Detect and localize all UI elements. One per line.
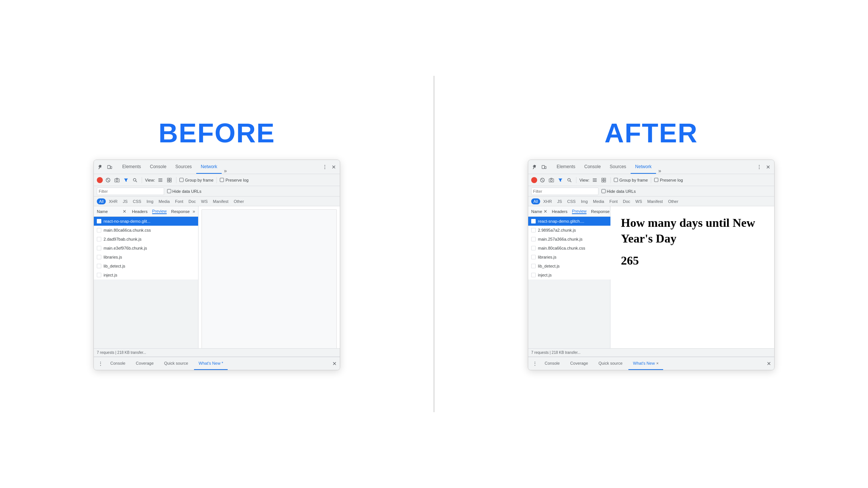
file-item-2[interactable]: 2.dad97bab.chunk.js	[94, 235, 198, 244]
type-tab-doc[interactable]: Doc	[186, 198, 198, 204]
drawer-dots-icon[interactable]: ⋮	[97, 361, 104, 367]
after-response-link[interactable]: Response	[591, 209, 610, 214]
preview-more-icon[interactable]: »	[193, 209, 195, 214]
filter-input[interactable]	[97, 188, 164, 195]
after-type-tab-other[interactable]: Other	[666, 198, 681, 204]
after-title-actions: ✕	[755, 163, 771, 171]
tab-network[interactable]: Network	[196, 160, 222, 174]
after-tab-more[interactable]: »	[656, 168, 664, 174]
after-type-tab-doc[interactable]: Doc	[621, 198, 632, 204]
after-preview-panel: How many days until New Year's Day 265	[610, 206, 774, 348]
preview-link-before[interactable]: Preview	[152, 209, 167, 214]
after-type-tab-js[interactable]: JS	[555, 198, 564, 204]
after-camera-button[interactable]	[548, 176, 555, 184]
after-view-grid-icon[interactable]	[600, 176, 607, 184]
drawer-tab-whatsnew[interactable]: What's New *	[194, 357, 228, 370]
hide-data-urls-checkbox[interactable]	[167, 189, 171, 193]
type-tab-manifest[interactable]: Manifest	[211, 198, 231, 204]
after-record-button[interactable]	[531, 177, 537, 183]
close-panel-icon[interactable]: ✕	[121, 209, 127, 214]
view-grid-icon[interactable]	[166, 176, 173, 184]
type-tab-css[interactable]: CSS	[130, 198, 144, 204]
filter-icon[interactable]	[122, 176, 130, 184]
after-type-tab-all[interactable]: All	[531, 198, 540, 204]
tab-console[interactable]: Console	[145, 160, 171, 174]
after-clear-button[interactable]	[539, 176, 546, 184]
drawer-tab-coverage[interactable]: Coverage	[131, 357, 158, 370]
before-status-bar: 7 requests | 218 KB transfer...	[94, 348, 340, 356]
clear-button[interactable]	[104, 176, 112, 184]
after-headers-link[interactable]: Headers	[552, 209, 567, 214]
after-type-tab-ws[interactable]: WS	[633, 198, 644, 204]
after-group-by-frame-checkbox[interactable]	[614, 178, 618, 182]
group-by-frame-checkbox[interactable]	[179, 178, 184, 182]
close-button[interactable]: ✕	[331, 164, 337, 170]
after-drawer-dots-icon[interactable]: ⋮	[531, 361, 539, 367]
after-drawer-tab-quicksource[interactable]: Quick source	[594, 357, 627, 370]
after-title-bar: Elements Console Sources Network » ✕	[528, 160, 774, 174]
tab-sources[interactable]: Sources	[171, 160, 196, 174]
record-button[interactable]	[97, 177, 103, 183]
drawer-close-button[interactable]: ✕	[332, 361, 337, 367]
response-link[interactable]: Response	[171, 209, 190, 214]
after-type-tab-xhr[interactable]: XHR	[541, 198, 554, 204]
file-item-3[interactable]: main.e3ef976b.chunk.js	[94, 244, 198, 253]
after-preview-link[interactable]: Preview	[572, 209, 587, 214]
file-item-4[interactable]: libraries.js	[94, 253, 198, 262]
camera-button[interactable]	[113, 176, 121, 184]
after-tab-sources[interactable]: Sources	[605, 160, 631, 174]
after-preserve-log-checkbox[interactable]	[654, 178, 658, 182]
type-tab-font[interactable]: Font	[173, 198, 185, 204]
file-item-6[interactable]: inject.js	[94, 271, 198, 279]
after-type-tab-img[interactable]: Img	[579, 198, 590, 204]
before-title-actions: ✕	[321, 163, 337, 171]
view-list-icon[interactable]	[157, 176, 164, 184]
svg-line-6	[107, 179, 109, 181]
after-tab-console[interactable]: Console	[580, 160, 605, 174]
after-hide-data-urls-checkbox[interactable]	[601, 189, 606, 193]
after-more-options-icon[interactable]	[755, 163, 763, 171]
after-type-tab-css[interactable]: CSS	[565, 198, 578, 204]
after-drawer-tab-whatsnew[interactable]: What's New ×	[628, 357, 663, 370]
preserve-log-checkbox[interactable]	[220, 178, 224, 182]
type-tab-all[interactable]: All	[97, 198, 106, 204]
after-type-tab-font[interactable]: Font	[607, 198, 620, 204]
after-tab-network[interactable]: Network	[631, 160, 656, 174]
file-item-0[interactable]: react-no-snap-demo.glit...	[94, 217, 198, 226]
tab-elements[interactable]: Elements	[118, 160, 145, 174]
after-close-panel-icon[interactable]: ✕	[544, 209, 547, 214]
after-inspect-icon[interactable]	[531, 163, 539, 171]
inspect-icon[interactable]	[97, 163, 104, 171]
more-options-icon[interactable]	[321, 163, 329, 171]
after-type-tab-manifest[interactable]: Manifest	[645, 198, 665, 204]
after-drawer-close-button[interactable]: ✕	[767, 361, 771, 367]
device-icon[interactable]	[106, 163, 113, 171]
type-tab-xhr[interactable]: XHR	[107, 198, 120, 204]
drawer-tab-console[interactable]: Console	[106, 357, 130, 370]
type-tab-img[interactable]: Img	[144, 198, 156, 204]
after-filter-input[interactable]	[531, 188, 598, 195]
after-whats-new-close[interactable]: ×	[656, 361, 659, 365]
after-tab-elements[interactable]: Elements	[552, 160, 580, 174]
after-type-tab-media[interactable]: Media	[591, 198, 606, 204]
file-item-5[interactable]: lib_detect.js	[94, 262, 198, 271]
search-button[interactable]	[131, 176, 139, 184]
after-toolbar-sep-1	[576, 177, 576, 183]
type-tab-js[interactable]: JS	[120, 198, 130, 204]
after-device-icon[interactable]	[540, 163, 548, 171]
after-drawer-tab-coverage[interactable]: Coverage	[566, 357, 592, 370]
after-filter-icon[interactable]	[557, 176, 564, 184]
file-name-6: inject.js	[104, 273, 117, 277]
type-tab-media[interactable]: Media	[156, 198, 172, 204]
headers-link[interactable]: Headers	[132, 209, 148, 214]
after-close-button[interactable]: ✕	[765, 164, 771, 170]
tab-more[interactable]: »	[222, 168, 229, 174]
main-container: BEFORE Elements Console Sources Netwo	[0, 0, 868, 488]
type-tab-other[interactable]: Other	[231, 198, 246, 204]
after-drawer-tab-console[interactable]: Console	[540, 357, 564, 370]
drawer-tab-quicksource[interactable]: Quick source	[160, 357, 193, 370]
after-view-list-icon[interactable]	[591, 176, 598, 184]
after-search-button[interactable]	[566, 176, 573, 184]
type-tab-ws[interactable]: WS	[199, 198, 210, 204]
file-item-1[interactable]: main.80ca66ca.chunk.css	[94, 226, 198, 235]
